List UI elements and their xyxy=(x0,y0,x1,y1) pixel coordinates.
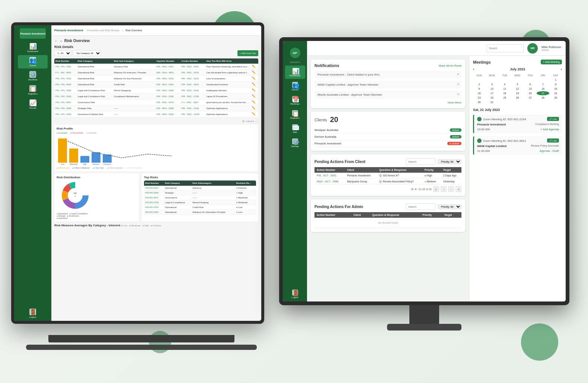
pending-client-pagination: 05 ▼ 01-05 of 50 |‹ ‹ › ›| xyxy=(314,186,461,192)
zoom-link-2[interactable]: 🔗 Link xyxy=(547,138,559,143)
meetings-title: Meetings xyxy=(473,60,491,64)
laptop-sidebar-item-dashboard[interactable]: 📊 Dashboard xyxy=(18,41,48,54)
calendar-day[interactable]: 27 xyxy=(524,96,536,100)
pending-client-priority[interactable]: Priority: All xyxy=(438,159,461,164)
notif-close-1[interactable]: × xyxy=(457,72,459,76)
calendar-day[interactable]: 17 xyxy=(486,91,498,95)
calendar-month: July 2023 xyxy=(510,67,525,71)
page-next[interactable]: › xyxy=(448,186,454,192)
calendar-day[interactable]: 1 xyxy=(550,78,562,82)
pending-admin-table: Action Number Client Question & Response… xyxy=(314,212,461,228)
page-prev[interactable]: ‹ xyxy=(441,186,447,192)
add-issue-btn[interactable]: + Add Issue Test xyxy=(237,50,258,56)
laptop-sidebar-item-workflow[interactable]: ⚙️ Workflow xyxy=(18,69,48,83)
calendar-day[interactable]: 5 xyxy=(511,82,524,86)
calendar-day[interactable]: 21 xyxy=(537,91,549,95)
laptop-sidebar-item-visuals[interactable]: 📈 Visuals xyxy=(18,98,48,111)
calendar-day[interactable]: 16 xyxy=(473,91,485,95)
meeting-item-2: Zoom Meeting ID: 852-901-9821 🔗 Link WAM… xyxy=(473,136,562,155)
page-first[interactable]: |‹ xyxy=(433,186,439,192)
calendar-day[interactable]: 2 xyxy=(473,82,485,86)
monitor-sidebar-registers[interactable]: 📋 Registers xyxy=(285,108,305,121)
calendar-day[interactable]: 29 xyxy=(550,96,562,100)
filter-select-1[interactable]: 1 - All xyxy=(54,50,71,56)
monitor-dashboard-left: Notifications Mark All As Read Pinnacle … xyxy=(307,56,469,301)
pending-admin-priority[interactable]: Priority: All xyxy=(438,204,461,209)
calendar-day[interactable]: 31 xyxy=(486,100,498,104)
laptop-foot xyxy=(26,345,257,350)
monitor-sidebar-settings[interactable]: ⚙️ Settings xyxy=(285,136,305,150)
client-row-3: Pinnacle Investment In Active xyxy=(314,140,461,147)
calendar-day[interactable]: 25 xyxy=(499,96,511,100)
calendar-day[interactable]: 19 xyxy=(511,91,524,95)
monitor-screen: GP GuilfordsPro 📊 Dashboard 👥 Clients 📅 … xyxy=(283,41,566,301)
notif-close-3[interactable]: × xyxy=(457,92,459,96)
calendar-day[interactable]: 20 xyxy=(524,91,536,95)
calendar-grid: SUNMONTUEWEDTHUFRISAT1234567891011121314… xyxy=(473,73,562,104)
monitor-topbar: MR Mike Robinson Admin xyxy=(307,41,566,56)
calendar-next[interactable]: › xyxy=(561,67,562,71)
view-more-link[interactable]: View More xyxy=(314,101,461,104)
user-role: Admin xyxy=(541,49,561,51)
table-pagination: 10 1-9 of 1 ‹ › xyxy=(54,120,258,122)
calendar-day[interactable]: 22 xyxy=(550,91,562,95)
calendar-day[interactable]: 11 xyxy=(499,87,511,91)
monitor-base xyxy=(387,324,461,331)
monitor-sidebar-dashboard[interactable]: 📊 Dashboard xyxy=(285,66,305,79)
calendar-day[interactable]: 7 xyxy=(537,82,549,86)
calendar-day[interactable]: 6 xyxy=(524,82,536,86)
laptop-sidebar-item-registers[interactable]: 📋 Registers xyxy=(18,83,48,97)
calendar-day[interactable]: 9 xyxy=(473,87,485,91)
monitor-meetings-icon: 📅 xyxy=(292,96,298,102)
calendar-day[interactable]: 23 xyxy=(473,96,485,100)
calendar-day[interactable]: 15 xyxy=(550,87,562,91)
guildfordspro-label: GuilfordsPro xyxy=(290,61,300,63)
monitor-sidebar-label-registers: Registers xyxy=(290,117,300,119)
calendar-day[interactable]: 28 xyxy=(537,96,549,100)
calendar-day[interactable]: 13 xyxy=(524,87,536,91)
chart-legend: ● Acceptable ● Unacceptable ● Intolerabl… xyxy=(57,132,256,134)
laptop-sidebar-logo: Pinnacle Investment xyxy=(20,28,46,39)
laptop-topbar-logo: Pinnacle Investment xyxy=(54,29,83,32)
monitor-sidebar-label-logout: Logout xyxy=(291,296,298,299)
laptop-base xyxy=(48,335,234,342)
calendar-day xyxy=(486,78,498,82)
calendar-day[interactable]: 14 xyxy=(537,87,549,91)
monitor-sidebar-meetings[interactable]: 📅 Meetings xyxy=(285,94,305,107)
registers-icon: 📋 xyxy=(29,85,36,92)
monitor-sidebar-mail[interactable]: ✉️ Mail xyxy=(285,122,305,135)
calendar-day[interactable]: 10 xyxy=(486,87,498,91)
monitor-search[interactable] xyxy=(486,44,524,52)
calendar-day[interactable]: 26 xyxy=(511,96,524,100)
laptop-sidebar-item-clients[interactable]: 👥 Clients xyxy=(18,55,48,68)
client-status-1: Active xyxy=(450,128,461,132)
back-arrow-icon: ← xyxy=(54,39,58,43)
zoom-icon-2 xyxy=(477,138,482,143)
add-meeting-btn[interactable]: + Add Meeting xyxy=(541,60,562,64)
calendar-day[interactable]: 8 xyxy=(550,82,562,86)
add-agenda-1[interactable]: + Add Agenda xyxy=(540,128,559,131)
bar-imminent xyxy=(103,154,112,163)
calendar-prev[interactable]: ‹ xyxy=(473,67,474,71)
monitor-sidebar-clients[interactable]: 👥 Clients xyxy=(285,80,305,93)
pending-admin-search[interactable] xyxy=(406,203,435,210)
monitor-sidebar-logout[interactable]: 🚪 Logout xyxy=(285,287,305,301)
page-last[interactable]: ›| xyxy=(456,186,461,192)
calendar-day[interactable]: 24 xyxy=(486,96,498,100)
notif-close-2[interactable]: × xyxy=(457,82,459,86)
pending-client-search[interactable] xyxy=(406,158,435,165)
filter-select-2[interactable]: Top Category: All xyxy=(73,50,101,56)
workflow-icon: ⚙️ xyxy=(29,71,36,78)
calendar-day[interactable]: 30 xyxy=(473,100,485,104)
laptop-sidebar-item-logout[interactable]: 🚪 Logout xyxy=(18,307,48,320)
mark-all-read-btn[interactable]: Mark All As Read xyxy=(439,64,461,67)
zoom-link-1[interactable]: 🔗 Link xyxy=(547,117,559,121)
calendar-day[interactable]: 4 xyxy=(499,82,511,86)
top-risk-row: PIN-RN-0065 Operational Reliance On Info… xyxy=(144,210,256,215)
calendar-day[interactable]: 18 xyxy=(499,91,511,95)
table-header-combo: Combo Number xyxy=(180,58,205,64)
calendar-day[interactable]: 3 xyxy=(486,82,498,86)
calendar-day[interactable]: 12 xyxy=(511,87,524,91)
guildfordspro-icon: GP xyxy=(290,48,300,58)
agenda-draft-2[interactable]: Agenda - Draft xyxy=(540,149,559,153)
